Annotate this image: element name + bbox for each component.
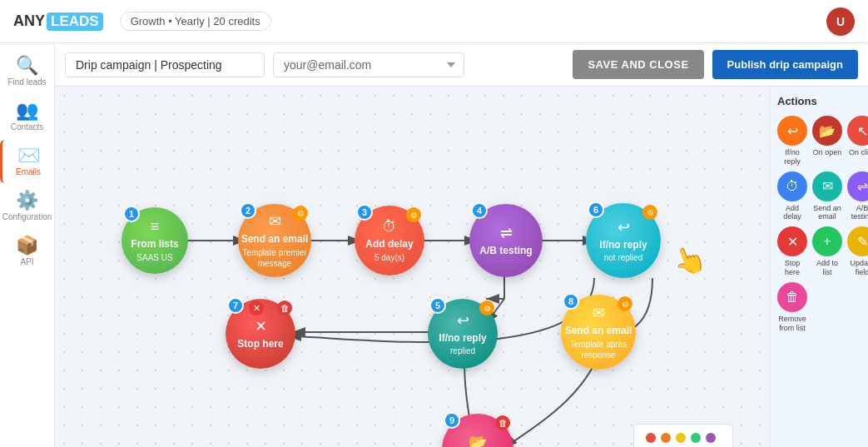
node-3-num: 3	[356, 204, 373, 221]
send-email-action-icon: ✉	[812, 171, 842, 201]
find-leads-icon: 🔍	[16, 57, 38, 75]
sidebar-item-configuration[interactable]: ⚙️ Configuration	[0, 185, 54, 228]
sidebar: 🔍 Find leads 👥 Contacts ✉️ Emails ⚙️ Con…	[0, 43, 55, 447]
add-delay-icon: ⏱	[777, 171, 807, 201]
publish-drip-button[interactable]: Publish drip campaign	[712, 50, 858, 79]
ab-testing-label: A/B testing	[847, 204, 868, 222]
sidebar-item-contacts[interactable]: 👥 Contacts	[0, 95, 54, 138]
node-if-no-reply-1[interactable]: 6 ⚙ ↩ If/no reply not replied	[586, 203, 661, 278]
email-select[interactable]: your@email.com	[273, 52, 464, 77]
sidebar-api-label: API	[20, 257, 33, 266]
action-remove-from-list[interactable]: 🗑 Remove from list	[777, 282, 807, 333]
action-stop-here[interactable]: ✕ Stop here	[777, 226, 807, 277]
logo-leads-text: LEADS	[47, 12, 103, 31]
top-navigation: ANY LEADS Growth • Yearly | 20 credits U	[0, 0, 868, 43]
node-9-delete-icon[interactable]: 🗑	[495, 415, 510, 430]
node-5-settings-icon[interactable]: ⚙	[479, 300, 494, 315]
stop-here-action-icon: ✕	[777, 226, 807, 256]
node-6-settings-icon[interactable]: ⚙	[642, 205, 657, 220]
user-avatar[interactable]: U	[826, 7, 855, 36]
canvas-area: 1 ≡ From lists SAAS US 2 ⚙ ✉ Send an ema…	[55, 87, 868, 447]
node-stop-here[interactable]: 7 🗑 ✕ ✕ Stop here	[226, 299, 295, 369]
action-add-to-list[interactable]: + Add to list	[812, 226, 842, 277]
action-on-click[interactable]: ↖ On click	[847, 116, 868, 166]
node-send-email-2[interactable]: 8 ⚙ ✉ Send an email Template après respo…	[561, 295, 636, 370]
node-5-num: 5	[429, 297, 446, 314]
node-add-delay[interactable]: 3 ⚙ ⏱ Add delay 5 day(s)	[355, 206, 424, 276]
flow-canvas[interactable]: 1 ≡ From lists SAAS US 2 ⚙ ✉ Send an ema…	[55, 87, 770, 447]
node-4-num: 4	[471, 202, 488, 219]
send-email-label: Send an email	[812, 204, 842, 222]
action-if-no-reply[interactable]: ↩ If/no reply	[777, 116, 807, 166]
logo: ANY LEADS	[13, 12, 103, 31]
node-3-settings-icon[interactable]: ⚙	[406, 207, 421, 222]
on-click-label: On click	[849, 148, 868, 157]
save-close-button[interactable]: SAVE AND CLOSE	[573, 50, 703, 79]
add-delay-label: Add delay	[777, 204, 807, 222]
toolbar: your@email.com SAVE AND CLOSE Publish dr…	[55, 43, 868, 87]
content-area: your@email.com SAVE AND CLOSE Publish dr…	[55, 43, 868, 447]
if-no-reply-label: If/no reply	[777, 148, 807, 166]
stop-here-label: Stop here	[777, 259, 807, 277]
sidebar-configuration-label: Configuration	[2, 212, 52, 221]
dot-green	[691, 433, 701, 443]
contacts-icon: 👥	[16, 102, 38, 120]
action-add-delay[interactable]: ⏱ Add delay	[777, 171, 807, 222]
sidebar-item-find-leads[interactable]: 🔍 Find leads	[0, 50, 54, 93]
update-field-label: Update field	[847, 259, 868, 277]
dot-red	[646, 433, 656, 443]
node-2-num: 2	[240, 202, 256, 219]
remove-from-list-icon: 🗑	[777, 282, 807, 312]
update-field-icon: ✎	[847, 226, 868, 256]
add-to-list-label: Add to list	[812, 259, 842, 277]
logo-any-text: ANY	[13, 12, 45, 30]
sidebar-item-api[interactable]: 📦 API	[0, 230, 54, 273]
actions-panel: Actions ↩ If/no reply 📂 On open ↖ On cli…	[770, 87, 868, 447]
hand-pointer-icon: 👆	[668, 240, 711, 281]
node-9-num: 9	[444, 412, 460, 429]
on-click-icon: ↖	[847, 116, 868, 146]
node-8-settings-icon[interactable]: ⚙	[618, 296, 632, 311]
sidebar-find-leads-label: Find leads	[7, 77, 46, 87]
dots-legend	[633, 424, 733, 447]
node-7-close-icon[interactable]: ✕	[249, 300, 264, 315]
on-open-label: On open	[813, 148, 842, 157]
node-from-lists[interactable]: 1 ≡ From lists SAAS US	[122, 207, 188, 274]
sidebar-contacts-label: Contacts	[11, 122, 43, 132]
dot-orange	[661, 433, 671, 443]
on-open-icon: 📂	[812, 116, 842, 146]
node-6-num: 6	[588, 201, 604, 218]
node-ab-testing[interactable]: 4 ⇌ A/B testing	[469, 204, 543, 277]
main-layout: 🔍 Find leads 👥 Contacts ✉️ Emails ⚙️ Con…	[0, 43, 868, 447]
action-send-email[interactable]: ✉ Send an email	[812, 171, 842, 222]
plan-badge: Growth • Yearly | 20 credits	[120, 12, 271, 31]
actions-grid: ↩ If/no reply 📂 On open ↖ On click ⏱ Add…	[777, 116, 861, 332]
add-to-list-icon: +	[812, 226, 842, 256]
node-send-email-1[interactable]: 2 ⚙ ✉ Send an email Template premier mes…	[238, 204, 311, 277]
campaign-name-input[interactable]	[65, 52, 265, 77]
node-7-num: 7	[227, 297, 244, 314]
node-2-settings-icon[interactable]: ⚙	[293, 206, 308, 221]
action-update-field[interactable]: ✎ Update field	[847, 226, 868, 277]
action-ab-testing[interactable]: ⇌ A/B testing	[847, 171, 868, 222]
if-no-reply-icon: ↩	[777, 116, 807, 146]
sidebar-item-emails[interactable]: ✉️ Emails	[0, 140, 54, 183]
api-icon: 📦	[16, 236, 38, 255]
node-1-num: 1	[123, 206, 140, 222]
node-if-no-reply-2[interactable]: 5 ⚙ ↩ If/no reply replied	[428, 299, 498, 369]
remove-from-list-label: Remove from list	[777, 315, 807, 333]
action-on-open[interactable]: 📂 On open	[812, 116, 842, 166]
node-on-open[interactable]: 9 🗑 📂 On open	[442, 414, 513, 447]
ab-testing-action-icon: ⇌	[847, 171, 868, 201]
configuration-icon: ⚙️	[16, 191, 38, 210]
dot-yellow	[676, 433, 686, 443]
node-7-delete-icon[interactable]: 🗑	[277, 300, 292, 315]
actions-title: Actions	[777, 95, 861, 107]
sidebar-emails-label: Emails	[16, 167, 41, 176]
emails-icon: ✉️	[17, 147, 40, 165]
node-8-num: 8	[563, 293, 579, 310]
dot-purple	[706, 433, 716, 443]
